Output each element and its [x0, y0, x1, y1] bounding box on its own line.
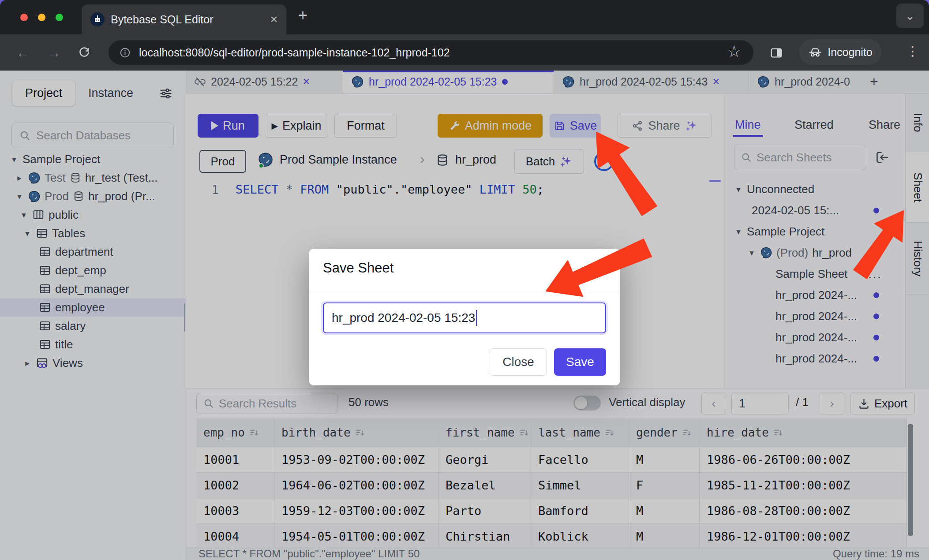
explain-button[interactable]: ▶ Explain [265, 114, 328, 138]
sheet-item[interactable]: hr_prod 2024-... [726, 327, 905, 348]
tree-item-table[interactable]: department [0, 243, 186, 261]
table-cell[interactable]: 1953-09-02T00:00:00Z [274, 447, 438, 473]
collapse-panel-icon[interactable] [874, 150, 889, 165]
forward-button[interactable]: → [47, 45, 61, 61]
tab-sheet[interactable]: Sheet [906, 152, 929, 223]
database-search[interactable] [11, 123, 174, 148]
table-cell[interactable]: Parto [438, 498, 531, 524]
results-search[interactable] [196, 393, 337, 414]
sheet-search[interactable] [734, 145, 866, 170]
table-cell[interactable]: 1986-06-26T00:00:00Z [700, 447, 907, 473]
table-cell[interactable]: 1964-06-02T00:00:00Z [274, 473, 438, 498]
tab-info[interactable]: Info [906, 93, 929, 152]
next-page-button[interactable]: › [820, 392, 844, 415]
table-cell[interactable]: Chirstian [438, 524, 531, 547]
save-sheet-button[interactable]: Save [550, 114, 601, 138]
sheet-item[interactable]: 2024-02-05 15:... [726, 200, 905, 221]
new-tab-button[interactable]: + [298, 6, 307, 25]
tab-history[interactable]: History [906, 223, 929, 295]
editor-tab[interactable]: hr_prod 2024-02-05 15:43 × [554, 71, 749, 93]
sheet-group-project[interactable]: ▾ Sample Project [726, 221, 905, 242]
table-cell[interactable]: 1986-12-01T00:00:00Z [700, 524, 907, 547]
tree-item-table[interactable]: title [0, 335, 186, 354]
table-cell[interactable]: Bamford [531, 498, 629, 524]
table-cell[interactable]: 1985-11-21T00:00:00Z [700, 473, 907, 498]
sheet-item[interactable]: hr_prod 2024-... [726, 284, 905, 306]
tab-project[interactable]: Project [12, 80, 75, 106]
back-button[interactable]: ← [16, 45, 30, 61]
window-close-button[interactable] [20, 14, 28, 21]
editor-tab-active[interactable]: hr_prod 2024-02-05 15:23 [343, 71, 554, 93]
results-scrollbar[interactable] [908, 424, 913, 536]
sort-icon[interactable] [682, 428, 692, 438]
column-header[interactable]: emp_no [196, 418, 274, 447]
table-cell[interactable]: 10003 [196, 498, 274, 524]
tree-item-hr-prod[interactable]: ▾ Prod hr_prod (Pr... [0, 187, 186, 205]
browser-menu-button[interactable]: ⋮ [906, 43, 919, 59]
tab-mine[interactable]: Mine [735, 118, 761, 132]
table-cell[interactable]: M [629, 498, 700, 524]
side-panel-icon[interactable] [769, 46, 783, 60]
admin-mode-button[interactable]: Admin mode [438, 114, 543, 138]
tree-item-project[interactable]: ▾ Sample Project [0, 150, 186, 168]
table-cell[interactable]: 1986-08-28T00:00:00Z [700, 498, 907, 524]
window-minimize-button[interactable] [38, 14, 45, 21]
column-header[interactable]: first_name [438, 418, 531, 447]
more-icon[interactable]: ... [868, 266, 882, 281]
sort-icon[interactable] [773, 428, 783, 438]
instance-name[interactable]: Prod Sample Instance [280, 153, 397, 167]
window-zoom-button[interactable] [56, 14, 63, 21]
sheet-name-input[interactable]: hr_prod 2024-02-05 15:23 [323, 302, 606, 333]
results-search-input[interactable] [219, 397, 331, 411]
dialog-close-button[interactable]: Close [490, 348, 547, 376]
table-cell[interactable]: Simmel [531, 473, 629, 498]
table-cell[interactable]: F [629, 473, 700, 498]
tab-close-icon[interactable]: × [270, 12, 277, 26]
dialog-close-icon[interactable]: × [596, 258, 605, 276]
browser-tab[interactable]: Bytebase SQL Editor × [82, 4, 286, 34]
sheet-connection[interactable]: ▾ (Prod) hr_prod [726, 242, 905, 263]
close-icon[interactable]: × [303, 75, 310, 89]
table-cell[interactable]: 1959-12-03T00:00:00Z [274, 498, 438, 524]
tree-item-table[interactable]: dept_manager [0, 280, 186, 298]
environment-badge[interactable]: Prod [199, 150, 246, 173]
table-cell[interactable]: M [629, 447, 700, 473]
table-cell[interactable]: Koblick [531, 524, 629, 547]
table-cell[interactable]: 10001 [196, 447, 274, 473]
table-cell[interactable]: 10002 [196, 473, 274, 498]
help-circle-icon[interactable] [594, 152, 614, 171]
table-cell[interactable]: Bezalel [438, 473, 531, 498]
run-button[interactable]: Run [198, 114, 258, 138]
tree-item-hr-test[interactable]: ▸ Test hr_test (Test... [0, 168, 186, 187]
share-button[interactable]: Share [618, 114, 712, 138]
database-search-input[interactable] [36, 129, 166, 142]
tab-share[interactable]: Share [869, 118, 900, 132]
table-cell[interactable]: 10004 [196, 524, 274, 547]
table-cell[interactable]: Facello [531, 447, 629, 473]
sort-icon[interactable] [605, 428, 615, 438]
editor-tab[interactable]: hr_prod 2024-0 [749, 71, 867, 93]
dialog-save-button[interactable]: Save [554, 348, 606, 376]
editor-tab-unconnected[interactable]: 2024-02-05 15:22 × [186, 71, 343, 93]
column-header[interactable]: gender [629, 418, 700, 447]
sheet-item[interactable]: hr_prod 2024-... [726, 348, 905, 369]
sheet-group-unconnected[interactable]: ▾ Unconnected [726, 179, 905, 200]
sort-icon[interactable] [355, 428, 365, 438]
tree-item-table[interactable]: dept_emp [0, 261, 186, 280]
page-number-input[interactable] [731, 392, 789, 415]
sheet-item[interactable]: Sample Sheet ... [726, 263, 905, 284]
format-button[interactable]: Format [334, 114, 397, 138]
site-info-icon[interactable] [119, 47, 131, 59]
table-cell[interactable]: 1954-05-01T00:00:00Z [274, 524, 438, 547]
new-sheet-button[interactable]: + [867, 71, 881, 93]
table-cell[interactable]: M [629, 524, 700, 547]
tree-item-views-group[interactable]: ▸ Views [0, 354, 186, 372]
sheet-search-input[interactable] [757, 151, 860, 164]
database-name[interactable]: hr_prod [455, 153, 496, 167]
table-cell[interactable]: Georgi [438, 447, 531, 473]
reload-button[interactable] [78, 46, 91, 59]
batch-button[interactable]: Batch [514, 149, 584, 174]
column-header[interactable]: birth_date [274, 418, 438, 447]
column-header[interactable]: hire_date [700, 418, 907, 447]
export-button[interactable]: Export [850, 392, 915, 415]
